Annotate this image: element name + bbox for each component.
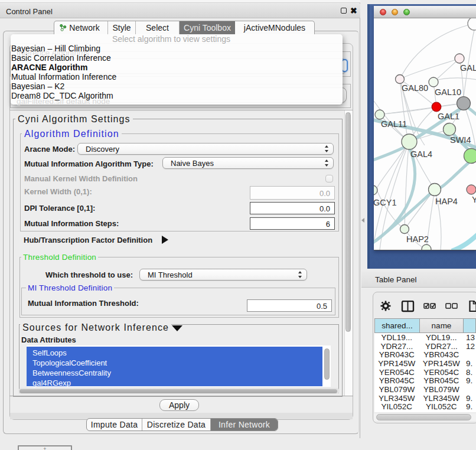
svg-text:GAL11: GAL11 <box>381 119 407 129</box>
svg-text:GCY1: GCY1 <box>374 198 397 207</box>
svg-text:GAL80: GAL80 <box>402 83 428 93</box>
svg-text:HAP2: HAP2 <box>406 234 429 244</box>
svg-text:GAL1: GAL1 <box>438 112 459 121</box>
svg-text:SWI4: SWI4 <box>450 135 471 145</box>
svg-text:GAL4: GAL4 <box>410 149 432 159</box>
svg-text:Y: Y <box>472 195 476 204</box>
svg-text:GAL: GAL <box>460 63 476 73</box>
svg-text:GAL10: GAL10 <box>435 87 461 97</box>
svg-text:HAP4: HAP4 <box>435 197 458 206</box>
